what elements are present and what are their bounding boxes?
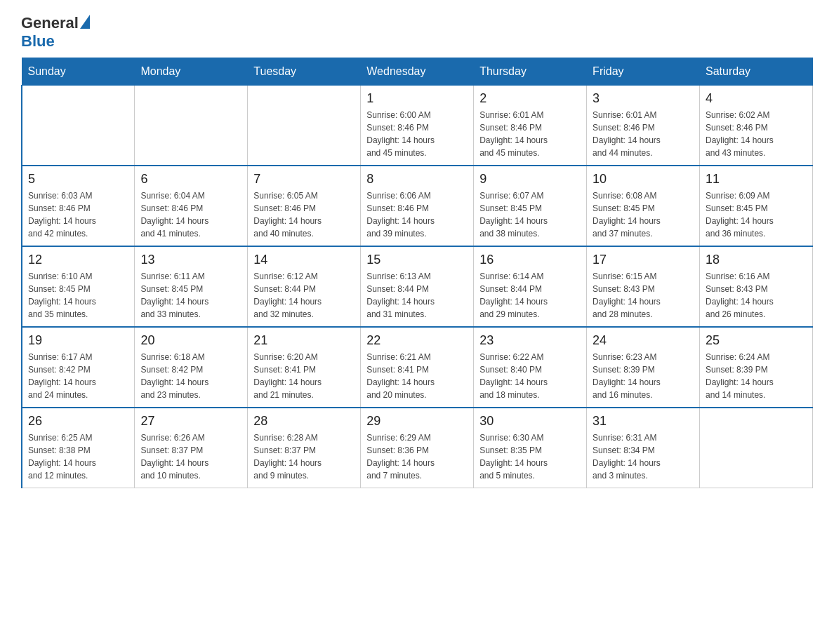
logo-blue-text: Blue — [21, 32, 90, 51]
day-number: 18 — [706, 253, 807, 267]
calendar-day-cell: 14Sunrise: 6:12 AM Sunset: 8:44 PM Dayli… — [248, 246, 361, 327]
calendar-day-cell: 18Sunrise: 6:16 AM Sunset: 8:43 PM Dayli… — [700, 246, 813, 327]
calendar-day-cell: 2Sunrise: 6:01 AM Sunset: 8:46 PM Daylig… — [474, 86, 587, 166]
day-number: 28 — [253, 414, 355, 429]
day-number: 3 — [593, 91, 694, 106]
calendar-week-row: 26Sunrise: 6:25 AM Sunset: 8:38 PM Dayli… — [22, 408, 813, 488]
calendar-day-cell — [135, 86, 248, 166]
weekday-header-thursday: Thursday — [474, 58, 587, 86]
calendar-day-cell: 22Sunrise: 6:21 AM Sunset: 8:41 PM Dayli… — [361, 327, 474, 408]
day-number: 23 — [479, 333, 581, 348]
logo-triangle-icon — [80, 15, 90, 29]
day-number: 29 — [366, 414, 468, 429]
day-info: Sunrise: 6:01 AM Sunset: 8:46 PM Dayligh… — [593, 109, 694, 159]
day-number: 7 — [253, 172, 355, 187]
weekday-header-saturday: Saturday — [700, 58, 813, 86]
day-number: 9 — [479, 172, 581, 187]
day-number: 12 — [28, 253, 128, 267]
calendar-day-cell: 28Sunrise: 6:28 AM Sunset: 8:37 PM Dayli… — [248, 408, 361, 488]
day-number: 8 — [366, 172, 468, 187]
day-number: 31 — [593, 414, 694, 429]
day-info: Sunrise: 6:29 AM Sunset: 8:36 PM Dayligh… — [366, 431, 468, 482]
calendar-day-cell: 23Sunrise: 6:22 AM Sunset: 8:40 PM Dayli… — [474, 327, 587, 408]
day-number: 2 — [479, 91, 581, 106]
weekday-header-tuesday: Tuesday — [248, 58, 361, 86]
calendar-day-cell: 27Sunrise: 6:26 AM Sunset: 8:37 PM Dayli… — [135, 408, 248, 488]
day-number: 13 — [140, 253, 241, 267]
day-info: Sunrise: 6:24 AM Sunset: 8:39 PM Dayligh… — [706, 351, 807, 401]
day-info: Sunrise: 6:02 AM Sunset: 8:46 PM Dayligh… — [706, 109, 807, 159]
calendar-day-cell: 4Sunrise: 6:02 AM Sunset: 8:46 PM Daylig… — [700, 86, 813, 166]
calendar-day-cell: 10Sunrise: 6:08 AM Sunset: 8:45 PM Dayli… — [587, 166, 700, 246]
day-info: Sunrise: 6:03 AM Sunset: 8:46 PM Dayligh… — [28, 189, 128, 240]
calendar-day-cell: 26Sunrise: 6:25 AM Sunset: 8:38 PM Dayli… — [22, 408, 135, 488]
day-info: Sunrise: 6:20 AM Sunset: 8:41 PM Dayligh… — [253, 351, 355, 401]
weekday-header-row: SundayMondayTuesdayWednesdayThursdayFrid… — [22, 58, 813, 86]
calendar-day-cell: 1Sunrise: 6:00 AM Sunset: 8:46 PM Daylig… — [361, 86, 474, 166]
day-number: 15 — [366, 253, 468, 267]
calendar-day-cell — [248, 86, 361, 166]
day-info: Sunrise: 6:14 AM Sunset: 8:44 PM Dayligh… — [479, 270, 581, 321]
day-info: Sunrise: 6:18 AM Sunset: 8:42 PM Dayligh… — [140, 351, 241, 401]
page-header: General Blue — [21, 14, 813, 51]
calendar-week-row: 1Sunrise: 6:00 AM Sunset: 8:46 PM Daylig… — [22, 86, 813, 166]
day-info: Sunrise: 6:07 AM Sunset: 8:45 PM Dayligh… — [479, 189, 581, 240]
calendar-day-cell: 31Sunrise: 6:31 AM Sunset: 8:34 PM Dayli… — [587, 408, 700, 488]
calendar-week-row: 12Sunrise: 6:10 AM Sunset: 8:45 PM Dayli… — [22, 246, 813, 327]
calendar-day-cell: 3Sunrise: 6:01 AM Sunset: 8:46 PM Daylig… — [587, 86, 700, 166]
calendar-day-cell: 21Sunrise: 6:20 AM Sunset: 8:41 PM Dayli… — [248, 327, 361, 408]
day-number: 17 — [593, 253, 694, 267]
weekday-header-friday: Friday — [587, 58, 700, 86]
day-info: Sunrise: 6:01 AM Sunset: 8:46 PM Dayligh… — [479, 109, 581, 159]
calendar-day-cell: 9Sunrise: 6:07 AM Sunset: 8:45 PM Daylig… — [474, 166, 587, 246]
calendar-day-cell: 15Sunrise: 6:13 AM Sunset: 8:44 PM Dayli… — [361, 246, 474, 327]
day-info: Sunrise: 6:15 AM Sunset: 8:43 PM Dayligh… — [593, 270, 694, 321]
day-info: Sunrise: 6:04 AM Sunset: 8:46 PM Dayligh… — [140, 189, 241, 240]
calendar-day-cell: 6Sunrise: 6:04 AM Sunset: 8:46 PM Daylig… — [135, 166, 248, 246]
day-info: Sunrise: 6:11 AM Sunset: 8:45 PM Dayligh… — [140, 270, 241, 321]
day-info: Sunrise: 6:09 AM Sunset: 8:45 PM Dayligh… — [706, 189, 807, 240]
day-number: 11 — [706, 172, 807, 187]
calendar-day-cell: 7Sunrise: 6:05 AM Sunset: 8:46 PM Daylig… — [248, 166, 361, 246]
calendar-day-cell: 24Sunrise: 6:23 AM Sunset: 8:39 PM Dayli… — [587, 327, 700, 408]
calendar-day-cell: 17Sunrise: 6:15 AM Sunset: 8:43 PM Dayli… — [587, 246, 700, 327]
day-number: 6 — [140, 172, 241, 187]
day-number: 14 — [253, 253, 355, 267]
day-info: Sunrise: 6:13 AM Sunset: 8:44 PM Dayligh… — [366, 270, 468, 321]
day-info: Sunrise: 6:00 AM Sunset: 8:46 PM Dayligh… — [366, 109, 468, 159]
calendar-day-cell: 30Sunrise: 6:30 AM Sunset: 8:35 PM Dayli… — [474, 408, 587, 488]
calendar-day-cell: 29Sunrise: 6:29 AM Sunset: 8:36 PM Dayli… — [361, 408, 474, 488]
day-info: Sunrise: 6:21 AM Sunset: 8:41 PM Dayligh… — [366, 351, 468, 401]
day-number: 20 — [140, 333, 241, 348]
day-number: 19 — [28, 333, 128, 348]
calendar-day-cell: 8Sunrise: 6:06 AM Sunset: 8:46 PM Daylig… — [361, 166, 474, 246]
logo: General Blue — [21, 14, 90, 51]
day-number: 27 — [140, 414, 241, 429]
day-number: 10 — [593, 172, 694, 187]
day-info: Sunrise: 6:10 AM Sunset: 8:45 PM Dayligh… — [28, 270, 128, 321]
calendar-day-cell: 13Sunrise: 6:11 AM Sunset: 8:45 PM Dayli… — [135, 246, 248, 327]
day-number: 24 — [593, 333, 694, 348]
day-info: Sunrise: 6:06 AM Sunset: 8:46 PM Dayligh… — [366, 189, 468, 240]
day-number: 22 — [366, 333, 468, 348]
calendar-day-cell — [22, 86, 135, 166]
weekday-header-sunday: Sunday — [22, 58, 135, 86]
logo-general-text: General — [21, 14, 79, 32]
day-info: Sunrise: 6:26 AM Sunset: 8:37 PM Dayligh… — [140, 431, 241, 482]
calendar-day-cell: 12Sunrise: 6:10 AM Sunset: 8:45 PM Dayli… — [22, 246, 135, 327]
calendar-day-cell: 25Sunrise: 6:24 AM Sunset: 8:39 PM Dayli… — [700, 327, 813, 408]
day-info: Sunrise: 6:08 AM Sunset: 8:45 PM Dayligh… — [593, 189, 694, 240]
day-info: Sunrise: 6:25 AM Sunset: 8:38 PM Dayligh… — [28, 431, 128, 482]
calendar-day-cell: 5Sunrise: 6:03 AM Sunset: 8:46 PM Daylig… — [22, 166, 135, 246]
day-number: 1 — [366, 91, 468, 106]
calendar-week-row: 5Sunrise: 6:03 AM Sunset: 8:46 PM Daylig… — [22, 166, 813, 246]
day-number: 21 — [253, 333, 355, 348]
day-info: Sunrise: 6:05 AM Sunset: 8:46 PM Dayligh… — [253, 189, 355, 240]
day-number: 30 — [479, 414, 581, 429]
calendar-day-cell: 11Sunrise: 6:09 AM Sunset: 8:45 PM Dayli… — [700, 166, 813, 246]
day-number: 4 — [706, 91, 807, 106]
calendar-day-cell: 19Sunrise: 6:17 AM Sunset: 8:42 PM Dayli… — [22, 327, 135, 408]
calendar-day-cell: 16Sunrise: 6:14 AM Sunset: 8:44 PM Dayli… — [474, 246, 587, 327]
day-info: Sunrise: 6:17 AM Sunset: 8:42 PM Dayligh… — [28, 351, 128, 401]
calendar-week-row: 19Sunrise: 6:17 AM Sunset: 8:42 PM Dayli… — [22, 327, 813, 408]
